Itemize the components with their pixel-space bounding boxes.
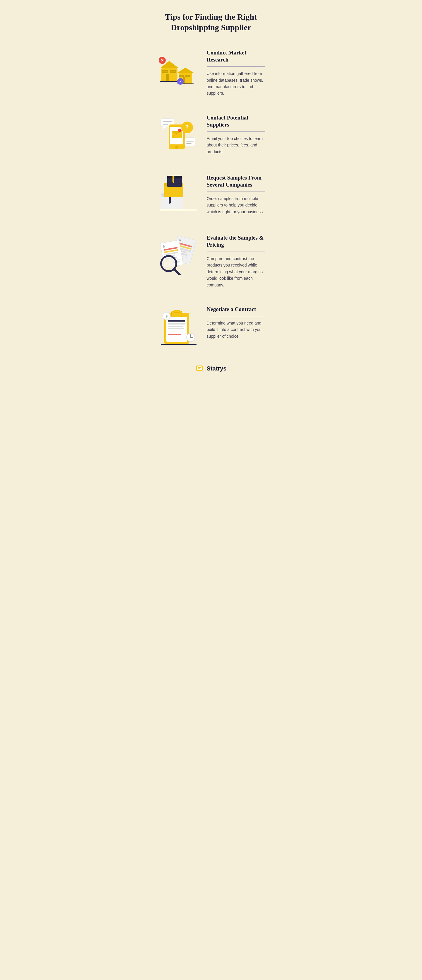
request-samples-heading: Request Samples From Several Companies [207, 174, 265, 189]
market-research-description: Use information gathered from online dat… [207, 70, 265, 97]
svg-line-78 [175, 269, 180, 275]
svg-text:✓: ✓ [179, 80, 182, 84]
negotiate-contract-content: Negotiate a Contract Determine what you … [207, 304, 265, 339]
market-research-icon: ✕ ✓ [157, 48, 201, 92]
svg-point-77 [163, 258, 175, 269]
request-samples-icon [157, 173, 201, 217]
contact-suppliers-description: Email your top choices to learn about th… [207, 135, 265, 155]
tip-item-contact-suppliers: ? Contact Potential Suppliers Email your… [157, 113, 265, 157]
svg-rect-83 [168, 320, 185, 321]
negotiate-contract-description: Determine what you need and build it int… [207, 320, 265, 339]
svg-point-33 [178, 129, 182, 132]
statrys-logo-icon [196, 364, 204, 372]
svg-rect-97 [198, 369, 200, 369]
market-research-heading: Conduct Market Research [207, 49, 265, 64]
negotiate-contract-heading: Negotiate a Contract [207, 306, 265, 313]
svg-rect-0 [161, 68, 177, 81]
tip-item-request-samples: Request Samples From Several Companies O… [157, 173, 265, 217]
evaluate-samples-heading: Evaluate the Samples & Pricing [207, 234, 265, 249]
negotiate-contract-icon: $ [157, 304, 201, 348]
contact-suppliers-icon: ? [157, 113, 201, 157]
svg-rect-84 [168, 323, 185, 325]
svg-rect-87 [168, 334, 181, 336]
svg-marker-26 [162, 127, 167, 130]
svg-rect-54 [172, 176, 174, 181]
evaluate-samples-divider [207, 251, 265, 252]
svg-rect-96 [198, 367, 201, 368]
svg-rect-95 [197, 366, 202, 370]
request-samples-description: Order samples from multiple suppliers to… [207, 196, 265, 215]
tip-item-evaluate-samples: $ $ $ [157, 233, 265, 288]
contact-suppliers-heading: Contact Potential Suppliers [207, 114, 265, 129]
infographic-container: Tips for Finding the Right Dropshipping … [148, 0, 274, 980]
svg-marker-13 [177, 68, 194, 73]
svg-rect-85 [168, 326, 183, 327]
evaluate-samples-description: Compare and contrast the products you re… [207, 255, 265, 288]
brand-name: Statrys [207, 365, 227, 372]
evaluate-samples-content: Evaluate the Samples & Pricing Compare a… [207, 233, 265, 288]
header-section: Tips for Finding the Right Dropshipping … [157, 12, 265, 33]
request-samples-divider [207, 191, 265, 192]
request-samples-content: Request Samples From Several Companies O… [207, 173, 265, 215]
svg-text:$: $ [166, 314, 167, 318]
svg-point-34 [175, 146, 178, 148]
page-title: Tips for Finding the Right Dropshipping … [157, 12, 265, 33]
svg-rect-82 [174, 310, 180, 312]
brand-logo: Statrys [196, 364, 227, 372]
tip-item-market-research: ✕ ✓ Conduct Market Re [157, 48, 265, 97]
market-research-content: Conduct Market Research Use information … [207, 48, 265, 97]
footer-section: Statrys [157, 364, 265, 372]
svg-text:?: ? [185, 124, 189, 131]
contact-suppliers-content: Contact Potential Suppliers Email your t… [207, 113, 265, 155]
svg-text:✕: ✕ [161, 58, 164, 63]
evaluate-samples-icon: $ $ $ [157, 233, 201, 277]
market-research-divider [207, 67, 265, 67]
svg-rect-2 [166, 74, 169, 81]
svg-rect-86 [168, 328, 184, 329]
tip-item-negotiate-contract: $ Negotiate a Contract Determine what yo… [157, 304, 265, 348]
